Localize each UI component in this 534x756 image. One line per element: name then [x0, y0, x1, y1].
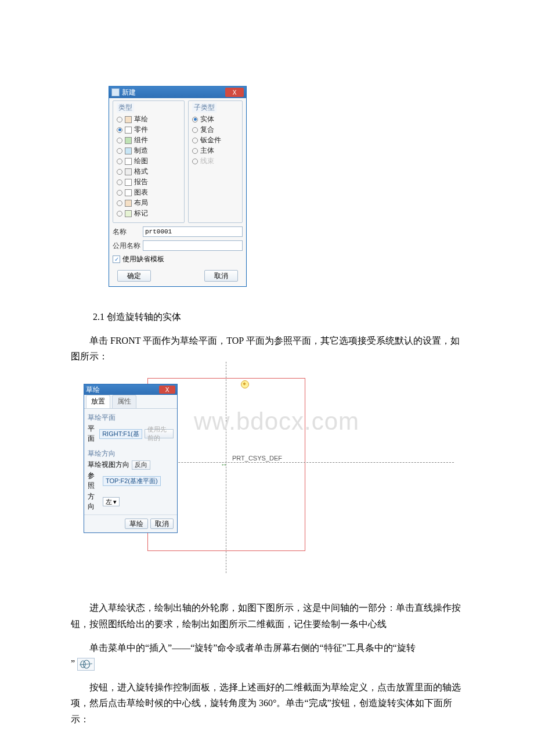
section-heading-21: 2.1 创造旋转轴的实体	[93, 311, 464, 323]
svg-line-2	[80, 664, 92, 665]
datum-horizontal-line	[129, 462, 454, 463]
new-file-dialog: 新建 X 类型 草绘 零件	[109, 86, 247, 287]
type-option-drawing[interactable]: 绘图	[117, 156, 181, 166]
manufacturing-icon	[125, 147, 132, 154]
subtype-option-sheetmetal[interactable]: 钣金件	[192, 135, 239, 145]
use-default-template-row[interactable]: ✓ 使用缺省模板	[113, 254, 243, 264]
sketch-plane-section: 草绘平面 平面 RIGHT:F1(基 使用先前的	[84, 409, 177, 444]
radio-icon	[192, 138, 198, 143]
sketch-dialog-button-row: 草绘 取消	[84, 514, 177, 532]
type-label: 绘图	[134, 156, 148, 166]
subtype-option-body[interactable]: 主体	[192, 146, 239, 156]
orientation-value: 左	[106, 498, 112, 506]
sketch-dialog: 草绘 X 放置 属性 草绘平面 平面 RIGHT:F1(基 使用先前的 草绘方向…	[84, 384, 178, 533]
sketch-plane-section-title: 草绘平面	[88, 413, 174, 423]
use-previous-button: 使用先前的	[145, 429, 174, 438]
close-icon[interactable]: X	[225, 88, 244, 97]
viewdir-label: 草绘视图方向	[88, 460, 129, 470]
paragraph-3-text-a: 单击菜单中的“插入”——“旋转”命令或者单击屏幕右侧的“特征”工具条中的“旋转	[89, 643, 416, 653]
subtype-label: 线束	[200, 156, 214, 166]
type-option-report[interactable]: 报告	[117, 177, 181, 187]
chart-icon	[125, 189, 132, 196]
type-option-sketch[interactable]: 草绘	[117, 114, 181, 124]
radio-icon	[192, 159, 198, 164]
paragraph-4: 按钮，进入旋转操作控制面板，选择上述画好的二维截面为草绘定义，点击放置里面的轴选…	[71, 679, 464, 727]
dialog-title: 新建	[122, 88, 136, 98]
sketch-cancel-button[interactable]: 取消	[150, 519, 174, 529]
type-option-manufacturing[interactable]: 制造	[117, 146, 181, 156]
type-option-format[interactable]: 格式	[117, 167, 181, 177]
subtype-option-harness: 线束	[192, 156, 239, 166]
drawing-icon	[125, 158, 132, 165]
radio-icon	[117, 200, 122, 206]
subtype-option-composite[interactable]: 复合	[192, 125, 239, 135]
type-option-assembly[interactable]: 组件	[117, 135, 181, 145]
close-icon[interactable]: X	[159, 386, 175, 394]
subtype-group-legend: 子类型	[192, 103, 217, 113]
tab-placement[interactable]: 放置	[86, 395, 110, 408]
radio-icon	[117, 211, 122, 217]
orientation-select[interactable]: 左 ▾	[103, 497, 120, 506]
radio-icon	[117, 117, 122, 123]
sketch-placement-figure: ww.bdocx.com ↔ PRT_CSYS_DEF 草绘 X 放置 属性 草…	[84, 376, 455, 585]
sketch-direction-section: 草绘方向 草绘视图方向 反向 参照 TOP:F2(基准平面) 方向 左 ▾	[84, 445, 177, 512]
radio-icon	[117, 138, 122, 143]
dialog-body: 类型 草绘 零件 组件	[109, 98, 246, 286]
dialog-titlebar[interactable]: 新建 X	[109, 87, 246, 98]
cancel-button[interactable]: 取消	[204, 270, 238, 282]
subtype-label: 钣金件	[200, 135, 221, 145]
radio-icon	[192, 127, 198, 133]
sketch-dialog-tabs: 放置 属性	[84, 395, 177, 409]
flip-button[interactable]: 反向	[132, 460, 150, 470]
type-group: 类型 草绘 零件 组件	[113, 100, 185, 223]
common-name-input[interactable]	[143, 240, 243, 251]
type-label: 组件	[134, 135, 148, 145]
sketch-dialog-titlebar[interactable]: 草绘 X	[84, 384, 177, 395]
type-option-layout[interactable]: 布局	[117, 198, 181, 208]
reference-label: 参照	[88, 471, 100, 491]
sketch-dialog-title: 草绘	[86, 385, 100, 395]
radio-icon	[117, 127, 122, 133]
sketch-button[interactable]: 草绘	[125, 519, 148, 529]
paragraph-3-text-b: ”	[71, 658, 75, 668]
sketch-dir-section-title: 草绘方向	[88, 449, 174, 459]
chevron-down-icon: ▾	[113, 498, 117, 506]
subtype-option-solid[interactable]: 实体	[192, 114, 239, 124]
radio-icon	[117, 148, 122, 154]
csys-label: PRT_CSYS_DEF	[232, 455, 282, 462]
layout-icon	[125, 200, 132, 207]
type-option-chart[interactable]: 图表	[117, 188, 181, 197]
type-option-part[interactable]: 零件	[117, 125, 181, 135]
radio-icon	[192, 117, 198, 123]
app-icon	[111, 88, 120, 96]
assembly-icon	[125, 137, 132, 144]
checkbox-icon: ✓	[113, 255, 120, 263]
type-option-markup[interactable]: 标记	[117, 208, 181, 218]
radio-icon	[117, 190, 122, 196]
orientation-label: 方向	[88, 492, 100, 512]
tab-properties[interactable]: 属性	[112, 395, 136, 408]
format-icon	[125, 168, 132, 175]
reference-value-chip[interactable]: TOP:F2(基准平面)	[103, 476, 161, 486]
type-label: 格式	[134, 167, 148, 177]
subtype-group: 子类型 实体 复合 钣金件 主体	[188, 100, 243, 223]
sketch-icon	[125, 116, 132, 123]
radio-icon	[117, 179, 122, 185]
common-name-row: 公用名称	[113, 240, 243, 251]
csys-arrow-icon: ↔	[221, 460, 228, 469]
name-input[interactable]	[143, 226, 243, 237]
paragraph-2: 进入草绘状态，绘制出轴的外轮廓，如图下图所示，这是中间轴的一部分：单击直线操作按…	[71, 600, 464, 631]
name-label: 名称	[113, 227, 140, 237]
type-group-legend: 类型	[117, 103, 134, 113]
type-label: 制造	[134, 146, 148, 156]
common-name-label: 公用名称	[113, 241, 140, 251]
part-icon	[125, 127, 132, 134]
revolve-tool-icon	[77, 658, 95, 671]
plane-value-chip[interactable]: RIGHT:F1(基	[99, 429, 142, 439]
ok-button[interactable]: 确定	[117, 270, 151, 282]
markup-icon	[125, 210, 132, 217]
type-label: 草绘	[134, 114, 148, 124]
type-label: 布局	[134, 198, 148, 208]
radio-icon	[117, 159, 122, 164]
plane-label: 平面	[88, 424, 97, 444]
